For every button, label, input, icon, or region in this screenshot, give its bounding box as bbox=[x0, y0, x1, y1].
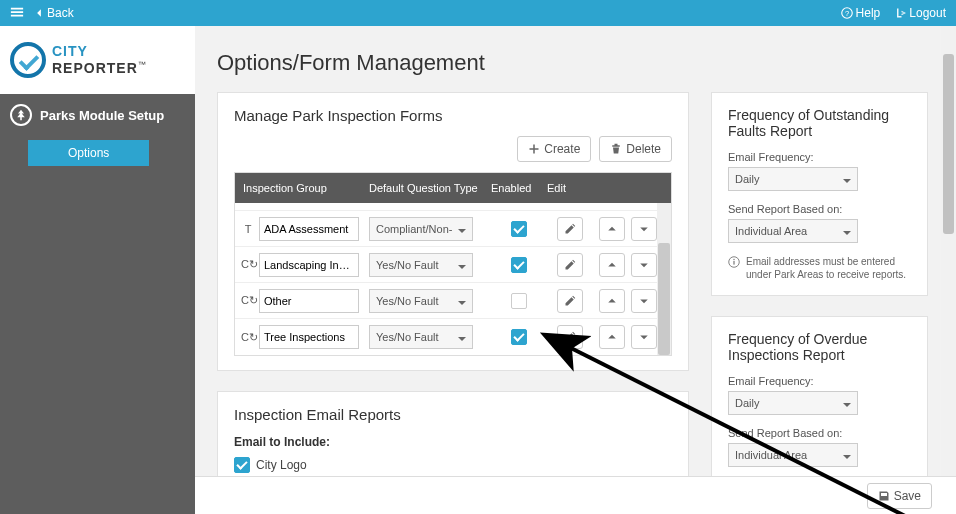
save-icon bbox=[878, 490, 890, 502]
create-button[interactable]: Create bbox=[517, 136, 591, 162]
overdue-based-select[interactable]: Individual Area bbox=[728, 443, 858, 467]
chevron-down-icon bbox=[843, 175, 851, 183]
delete-button[interactable]: Delete bbox=[599, 136, 672, 162]
chevron-up-icon bbox=[606, 223, 618, 235]
move-up-button[interactable] bbox=[599, 325, 625, 349]
pencil-icon bbox=[564, 331, 576, 343]
brand-logo: CITY REPORTER™ bbox=[0, 26, 195, 94]
logo-checkmark-icon bbox=[10, 42, 46, 78]
question-type-select[interactable]: Yes/No Fault bbox=[369, 289, 473, 313]
inspection-group-input[interactable] bbox=[259, 253, 359, 277]
move-up-button[interactable] bbox=[599, 289, 625, 313]
brand-line2: REPORTER bbox=[52, 60, 138, 76]
email-include-label: Email to Include: bbox=[234, 435, 672, 449]
tree-icon bbox=[10, 104, 32, 126]
row-tag: C↻ bbox=[241, 294, 255, 307]
question-type-select[interactable]: Yes/No Fault bbox=[369, 253, 473, 277]
enabled-checkbox[interactable] bbox=[511, 221, 527, 237]
pencil-icon bbox=[564, 295, 576, 307]
svg-text:?: ? bbox=[845, 9, 849, 18]
overdue-freq-value: Daily bbox=[735, 397, 759, 409]
plus-icon bbox=[528, 143, 540, 155]
chevron-up-icon bbox=[606, 259, 618, 271]
chevron-down-icon bbox=[843, 399, 851, 407]
chevron-down-icon bbox=[638, 223, 650, 235]
delete-label: Delete bbox=[626, 142, 661, 156]
logout-label: Logout bbox=[909, 6, 946, 20]
edit-button[interactable] bbox=[557, 289, 583, 313]
sidebar: CITY REPORTER™ Parks Module Setup Option… bbox=[0, 26, 195, 514]
main-content: Options/Form Management Manage Park Insp… bbox=[195, 26, 956, 514]
question-type-select[interactable]: Yes/No Fault bbox=[369, 325, 473, 349]
inspection-group-input[interactable] bbox=[259, 217, 359, 241]
move-down-button[interactable] bbox=[631, 289, 657, 313]
save-label: Save bbox=[894, 489, 921, 503]
page-title: Options/Form Management bbox=[217, 50, 928, 76]
forms-panel: Manage Park Inspection Forms Create Dele… bbox=[217, 92, 689, 371]
faults-freq-select[interactable]: Daily bbox=[728, 167, 858, 191]
row-tag: C↻ bbox=[241, 331, 255, 344]
col-group: Inspection Group bbox=[235, 182, 369, 194]
brand-line1: CITY bbox=[52, 43, 146, 59]
edit-button[interactable] bbox=[557, 325, 583, 349]
faults-freq-label: Email Frequency: bbox=[728, 151, 911, 163]
overdue-title: Frequency of Overdue Inspections Report bbox=[728, 331, 911, 363]
top-bar: Back ? Help Logout bbox=[0, 0, 956, 26]
move-down-button[interactable] bbox=[631, 253, 657, 277]
table-scrollbar[interactable] bbox=[657, 203, 671, 355]
chevron-down-icon bbox=[458, 333, 466, 341]
chevron-down-icon bbox=[638, 295, 650, 307]
move-down-button[interactable] bbox=[631, 217, 657, 241]
faults-note: Email addresses must be entered under Pa… bbox=[728, 255, 911, 281]
col-edit: Edit bbox=[547, 182, 593, 194]
chevron-down-icon bbox=[458, 297, 466, 305]
hamburger-icon[interactable] bbox=[10, 5, 24, 22]
info-icon bbox=[728, 256, 740, 268]
back-button[interactable]: Back bbox=[34, 6, 74, 20]
include-checkbox[interactable] bbox=[234, 457, 250, 473]
help-label: Help bbox=[856, 6, 881, 20]
row-tag: T bbox=[241, 223, 255, 235]
email-include-item: City Logo bbox=[234, 457, 672, 473]
overdue-freq-label: Email Frequency: bbox=[728, 375, 911, 387]
question-type-select[interactable]: Compliant/Non- bbox=[369, 217, 473, 241]
question-type-value: Yes/No Fault bbox=[376, 259, 439, 271]
include-label: City Logo bbox=[256, 458, 307, 472]
options-button[interactable]: Options bbox=[28, 140, 149, 166]
edit-button[interactable] bbox=[557, 253, 583, 277]
page-scrollbar[interactable] bbox=[941, 26, 956, 476]
edit-button[interactable] bbox=[557, 217, 583, 241]
overdue-freq-select[interactable]: Daily bbox=[728, 391, 858, 415]
chevron-up-icon bbox=[606, 295, 618, 307]
col-enabled: Enabled bbox=[491, 182, 547, 194]
forms-panel-title: Manage Park Inspection Forms bbox=[234, 107, 672, 124]
faults-title: Frequency of Outstanding Faults Report bbox=[728, 107, 911, 139]
col-qtype: Default Question Type bbox=[369, 182, 491, 194]
question-type-value: Yes/No Fault bbox=[376, 331, 439, 343]
chevron-down-icon bbox=[638, 331, 650, 343]
help-link[interactable]: ? Help bbox=[841, 6, 881, 20]
faults-based-select[interactable]: Individual Area bbox=[728, 219, 858, 243]
save-button[interactable]: Save bbox=[867, 483, 932, 509]
table-row: C↻ Yes/No Fault bbox=[235, 283, 657, 319]
faults-note-text: Email addresses must be entered under Pa… bbox=[746, 255, 911, 281]
svg-rect-4 bbox=[733, 259, 734, 260]
move-up-button[interactable] bbox=[599, 253, 625, 277]
enabled-checkbox[interactable] bbox=[511, 329, 527, 345]
overdue-panel: Frequency of Overdue Inspections Report … bbox=[711, 316, 928, 494]
pencil-icon bbox=[564, 259, 576, 271]
move-up-button[interactable] bbox=[599, 217, 625, 241]
enabled-checkbox[interactable] bbox=[511, 293, 527, 309]
forms-table: Inspection Group Default Question Type E… bbox=[234, 172, 672, 356]
chevron-down-icon bbox=[843, 451, 851, 459]
logout-link[interactable]: Logout bbox=[894, 6, 946, 20]
table-row: C↻ Yes/No Fault bbox=[235, 247, 657, 283]
row-tag: C↻ bbox=[241, 258, 255, 271]
overdue-based-value: Individual Area bbox=[735, 449, 807, 461]
pencil-icon bbox=[564, 223, 576, 235]
inspection-group-input[interactable] bbox=[259, 289, 359, 313]
inspection-group-input[interactable] bbox=[259, 325, 359, 349]
move-down-button[interactable] bbox=[631, 325, 657, 349]
enabled-checkbox[interactable] bbox=[511, 257, 527, 273]
back-label: Back bbox=[47, 6, 74, 20]
